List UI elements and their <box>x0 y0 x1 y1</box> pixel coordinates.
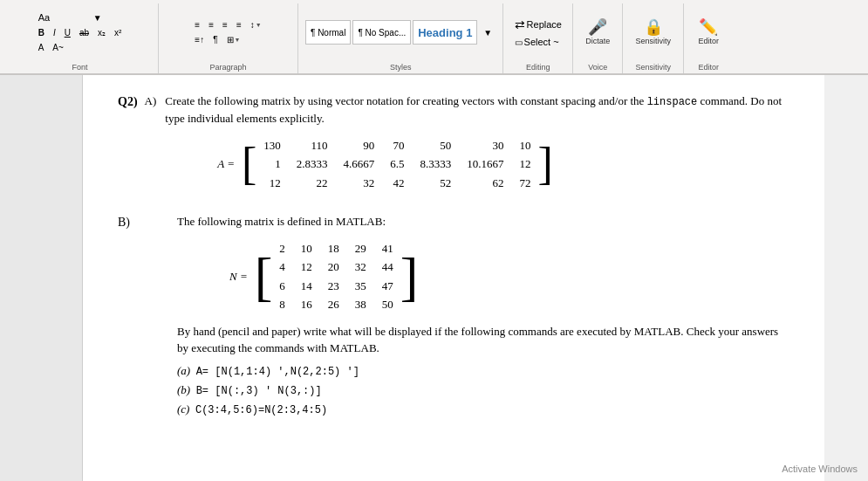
document-page[interactable]: Q2) A) Create the following matrix by us… <box>83 75 824 481</box>
italic-btn[interactable]: I <box>50 26 59 39</box>
highlight-btn[interactable]: A~ <box>49 41 67 54</box>
voice-group-label: Voice <box>580 61 615 73</box>
a-r2c4: 6.5 <box>386 155 407 174</box>
question-block-q2: Q2) A) Create the following matrix by us… <box>118 93 789 203</box>
left-bracket-a: [ <box>242 141 256 187</box>
matrix-a-label: A = <box>217 155 235 173</box>
a-r3c6: 62 <box>463 174 507 193</box>
q2-header: Q2) A) Create the following matrix by us… <box>118 93 789 203</box>
justify-btn[interactable]: ≡ <box>233 18 245 31</box>
matrix-a-equation: A = [ 130 110 90 70 50 <box>217 134 789 195</box>
part-c-code-line: (c) C(3:4,5:6)=N(2:3,4:5) <box>177 401 789 418</box>
editing-group-content: ⇄ Replace ▭ Select ~ <box>511 3 565 61</box>
b-label: B) <box>118 213 130 418</box>
part-b-italic: (b) <box>177 383 190 396</box>
styles-more-btn[interactable]: ▼ <box>480 26 496 39</box>
font-size-btn[interactable]: ▼ <box>90 11 106 24</box>
q2-part-a-label: A) <box>145 93 157 201</box>
n-r4c2: 16 <box>297 295 316 314</box>
style-nospace-label: ¶ No Spac... <box>358 28 406 38</box>
style-normal-btn[interactable]: ¶ Normal <box>305 20 351 45</box>
para-marks-btn[interactable]: ¶ <box>209 33 221 46</box>
align-left-btn[interactable]: ≡ <box>191 18 203 31</box>
editing-group-label: Editing <box>510 61 565 73</box>
borders-btn[interactable]: ⊞▼ <box>223 33 244 46</box>
n-r4c3: 26 <box>325 295 343 314</box>
indent-list-btn[interactable]: ≡↑ <box>191 33 208 46</box>
right-bracket-n: ] <box>400 250 419 304</box>
matrix-a-inner: 130 110 90 70 50 30 10 1 <box>256 134 537 195</box>
part-b-code-line: (b) B= [N(:,3) ' N(3,:)] <box>177 381 789 399</box>
font-color-a-btn[interactable]: A <box>35 41 48 54</box>
styles-group: ¶ Normal ¶ No Spac... Heading 1 ▼ Styles <box>298 3 503 73</box>
n-r2c1: 4 <box>276 258 289 277</box>
a-r1c5: 50 <box>417 136 455 155</box>
styles-group-label: Styles <box>305 61 496 73</box>
section-b-block: B) The following matrix is defined in MA… <box>118 213 789 418</box>
editor-btn[interactable]: ✏️ Editor <box>691 17 726 47</box>
dictate-btn[interactable]: 🎤 Dictate <box>580 17 615 47</box>
paragraph-group: ≡ ≡ ≡ ≡ ↕▼ ≡↑ ¶ ⊞▼ Paragraph <box>159 3 298 73</box>
ribbon-content: Aa ▼ B I U ab x₂ x² A <box>0 0 868 73</box>
style-heading1-btn[interactable]: Heading 1 <box>413 20 477 45</box>
a-r2c2: 2.8333 <box>293 155 331 174</box>
a-r3c1: 12 <box>260 174 284 193</box>
n-r1c3: 18 <box>325 239 343 258</box>
a-r2c3: 4.6667 <box>340 155 379 174</box>
n-r2c5: 44 <box>379 258 397 277</box>
a-r1c7: 10 <box>516 136 535 155</box>
align-right-btn[interactable]: ≡ <box>219 18 231 31</box>
n-r1c1: 2 <box>276 239 289 258</box>
n-r3c3: 23 <box>325 277 343 296</box>
replace-btn[interactable]: ⇄ Replace <box>511 16 565 33</box>
dictate-label: Dictate <box>585 37 610 45</box>
n-r1c2: 10 <box>297 239 316 258</box>
b-content: The following matrix is defined in MATLA… <box>177 213 789 418</box>
sensitivity-btn[interactable]: 🔒 Sensitivity <box>631 17 677 47</box>
a-r2c7: 12 <box>516 155 535 174</box>
superscript-btn[interactable]: x² <box>111 26 125 39</box>
b-instructions: By hand (pencil and paper) write what wi… <box>177 323 789 357</box>
part-b-code: B= [N(:,3) ' N(3,:)] <box>196 385 322 397</box>
strikethrough-btn[interactable]: ab <box>76 26 92 39</box>
a-r1c1: 130 <box>260 136 284 155</box>
matrix-n-block: N = [ 2 10 18 29 41 4 12 <box>229 237 789 316</box>
a-r1c2: 110 <box>293 136 331 155</box>
part-c-code: C(3:4,5:6)=N(2:3,4:5) <box>195 404 327 416</box>
line-spacing-btn[interactable]: ↕▼ <box>247 18 265 31</box>
font-group-content: Aa ▼ B I U ab x₂ x² A <box>35 3 126 61</box>
style-nospace-btn[interactable]: ¶ No Spac... <box>352 20 411 45</box>
a-r3c2: 22 <box>293 174 331 193</box>
a-r1c6: 30 <box>463 136 507 155</box>
a-r3c7: 72 <box>516 174 535 193</box>
left-bracket-n: [ <box>255 250 273 304</box>
a-r2c1: 1 <box>260 155 284 174</box>
bold-btn[interactable]: B <box>35 26 48 39</box>
linspace-code: linspace <box>647 96 698 108</box>
align-center-btn[interactable]: ≡ <box>205 18 217 31</box>
n-r2c4: 32 <box>352 258 370 277</box>
n-r4c5: 50 <box>379 295 397 314</box>
sensitivity-label: Sensitivity <box>636 37 672 45</box>
select-btn[interactable]: ▭ Select ~ <box>511 35 565 49</box>
font-name-btn[interactable]: Aa <box>35 10 87 24</box>
matrix-n-inner: 2 10 18 29 41 4 12 20 32 44 <box>272 237 400 316</box>
styles-group-content: ¶ Normal ¶ No Spac... Heading 1 ▼ <box>305 3 496 61</box>
sensitivity-group-content: 🔒 Sensitivity <box>631 3 677 61</box>
n-r4c4: 38 <box>352 295 370 314</box>
style-heading1-label: Heading 1 <box>418 26 472 39</box>
n-r2c2: 12 <box>297 258 316 277</box>
subscript-btn[interactable]: x₂ <box>94 26 109 39</box>
n-r3c4: 35 <box>352 277 370 296</box>
activate-watermark: Activate Windows <box>782 464 858 474</box>
matrix-n-bracket: [ 2 10 18 29 41 4 12 20 <box>255 237 419 316</box>
a-r1c4: 70 <box>386 136 407 155</box>
matrix-n-equation: N = [ 2 10 18 29 41 4 12 <box>229 237 789 316</box>
underline-btn[interactable]: U <box>61 26 74 39</box>
voice-group-content: 🎤 Dictate <box>580 3 615 61</box>
sensitivity-group-label: Sensitivity <box>630 61 676 73</box>
n-r1c5: 41 <box>379 239 397 258</box>
sensitivity-group: 🔒 Sensitivity Sensitivity <box>623 3 684 73</box>
q2-part-a-row: A) Create the following matrix by using … <box>145 93 789 201</box>
style-normal-label: ¶ Normal <box>311 28 345 38</box>
